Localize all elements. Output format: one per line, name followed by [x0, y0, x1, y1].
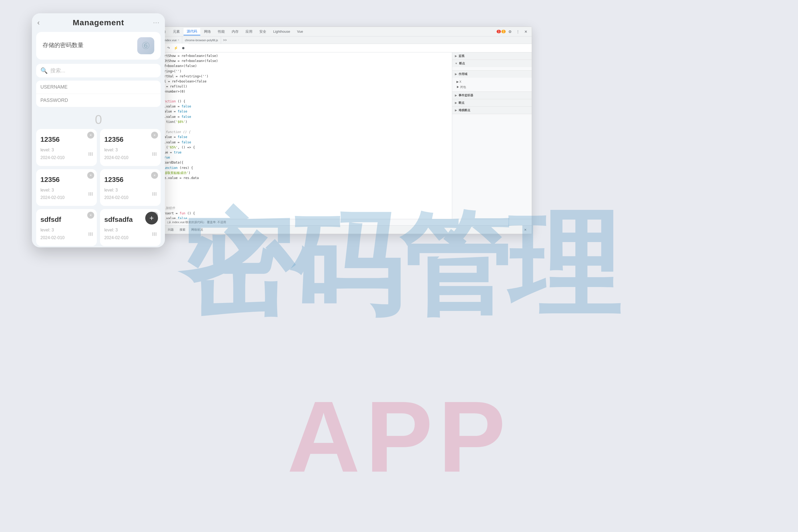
bottom-bar: 控制台 传感器 问题 搜索 网络状况 ✕: [133, 225, 532, 234]
more-file-tabs[interactable]: >>: [221, 38, 229, 42]
add-button[interactable]: +: [145, 212, 158, 225]
file-tabs-bar: ▶ index.vue × index.vue × chrome-browser…: [133, 36, 532, 44]
code-line-127: 127 }: [133, 180, 452, 186]
password-row: PASSWORD: [36, 94, 161, 107]
code-line-133: 133 const shoInsert = fun () {: [133, 211, 452, 216]
pw-card-2[interactable]: × 12356 level: 3 2024-02-010: [100, 129, 161, 166]
status-bar: {} 第 120 行，第 19 列 （从 index.vue 映射的源代码） 覆…: [133, 219, 532, 225]
tab-vue[interactable]: Vue: [294, 28, 306, 35]
devtools-right-icons: 1 1 ⚙ ⋮ ✕: [497, 28, 530, 35]
more-button[interactable]: ···: [153, 19, 159, 26]
pw-count-label: 存储的密码数量: [42, 41, 83, 49]
tab-security[interactable]: 安全: [256, 28, 269, 35]
tab-performance[interactable]: 性能: [215, 28, 228, 35]
scope-item-x[interactable]: ▶ X: [455, 79, 529, 84]
password-grid: × 12356 level: 3 2024-02-010 × 12356 lev…: [32, 129, 165, 246]
devtools-main: 102 const importShow = ref<boolean>(fals…: [133, 52, 532, 219]
close-btn-1[interactable]: ×: [87, 132, 94, 138]
code-line-114: 114 importShow.value = false: [133, 114, 452, 119]
pw-meta-5: level: 3 2024-02-010: [40, 226, 93, 242]
breakpoints-content: [452, 67, 532, 70]
scope-content: ▶ X ▶ 闭包: [452, 78, 532, 92]
tab-network[interactable]: 网络: [201, 28, 214, 35]
settings-icon[interactable]: ⚙: [506, 28, 514, 35]
code-line-106: 106 const importVal = ref<string>(''): [133, 74, 452, 79]
close-btn-2[interactable]: ×: [151, 132, 158, 138]
pw-name-3: 12356: [40, 175, 93, 184]
close-bottom-icon[interactable]: ✕: [521, 226, 529, 233]
file-tab-close-2[interactable]: ×: [178, 39, 179, 41]
bottom-tab-network-conditions[interactable]: 网络状况: [189, 227, 206, 232]
event-listeners-label: 事件监听器: [459, 93, 473, 97]
code-line-105: 105 c = ref<string>(''): [133, 69, 452, 74]
pw-card-3[interactable]: × 12356 level: 3 2024-02-010: [36, 169, 97, 206]
code-line-103: 103 const showOtShow = ref<boolean>(fals…: [133, 58, 452, 63]
close-btn-3[interactable]: ×: [87, 172, 94, 179]
code-editor[interactable]: 102 const importShow = ref<boolean>(fals…: [133, 52, 452, 219]
close-devtools-icon[interactable]: ✕: [522, 28, 530, 35]
watch-section: ▶ 监视: [452, 52, 532, 60]
stack-breakpoints-label: 堆栈断点: [459, 108, 470, 112]
pw-card-5[interactable]: × sdfsdf level: 3 2024-02-010: [36, 209, 97, 246]
code-line-134: 134 curInsType.value false: [133, 216, 452, 219]
code-line-112: 112 showOtShow.value = false: [133, 104, 452, 109]
pw-name-5: sdfsdf: [40, 215, 93, 224]
close-btn-4[interactable]: ×: [151, 172, 158, 179]
pw-card-1[interactable]: × 12356 level: 3 2024-02-010: [36, 129, 97, 166]
event-listeners-header[interactable]: ▶ 事件监听器: [452, 92, 532, 99]
event-listeners-section: ▶ 事件监听器: [452, 92, 532, 99]
back-button[interactable]: ‹: [37, 18, 40, 27]
code-line-113: 113 cureShow.value = false: [133, 109, 452, 114]
code-line-115: 115 toolBoxAnt tion('$6%'): [133, 119, 452, 125]
scope-section: ▶ 作用域 ▶ X ▶ 闭包: [452, 71, 532, 92]
watch-section-header[interactable]: ▶ 监视: [452, 52, 532, 60]
devtools-tabs: 控制台 元素 源代码 网络 性能 内存 应用 安全 Lighthouse Vue: [152, 28, 496, 35]
watermark-app-text: APP: [287, 379, 511, 495]
breakpoints-section-header[interactable]: ▼ 断点: [452, 60, 532, 67]
code-line-118: 118 showShow.value = false: [133, 135, 452, 140]
pw-meta-2: level: 3 2024-02-010: [104, 146, 156, 162]
pw-meta-3: level: 3 2024-02-010: [40, 187, 93, 202]
stack-breakpoints-header[interactable]: ▶ 堆栈断点: [452, 107, 532, 114]
error-badge: 1: [497, 30, 501, 33]
code-line-116: 116 }: [133, 125, 452, 130]
call-stack-header[interactable]: ▶ 断点: [452, 99, 532, 107]
code-line-124: 124 success: function (res) {: [133, 166, 452, 171]
search-bar[interactable]: 🔍 搜索...: [36, 64, 161, 77]
pw-meta-1: level: 3 2024-02-010: [40, 146, 93, 162]
pw-name-2: 12356: [104, 135, 156, 144]
tab-memory[interactable]: 内存: [228, 28, 242, 35]
scope-section-header[interactable]: ▶ 作用域: [452, 71, 532, 78]
pw-count-section: 存储的密码数量 ⑥: [36, 32, 161, 60]
pw-card-6[interactable]: × + sdfsadfa level: 3 2024-02-010: [100, 209, 161, 246]
tab-elements[interactable]: 元素: [170, 28, 183, 35]
username-row: USERNAME: [36, 81, 161, 94]
close-btn-5[interactable]: ×: [87, 212, 94, 218]
bottom-tab-issues[interactable]: 问题: [165, 227, 176, 232]
file-tab-polyfill[interactable]: chrome-browser-polyfill.js: [182, 36, 221, 44]
stack-breakpoints-section: ▶ 堆栈断点: [452, 107, 532, 114]
bottom-tab-search[interactable]: 搜索: [177, 227, 188, 232]
mobile-app-panel: ‹ Management ··· 存储的密码数量 ⑥ 🔍 搜索... USERN…: [32, 13, 165, 247]
code-line-128: 128 }): [133, 186, 452, 191]
code-line-126: 126 importValue.value = res.data: [133, 175, 452, 180]
pw-card-4[interactable]: × 12356 level: 3 2024-02-010: [100, 169, 161, 206]
code-line-110: 110: [133, 94, 452, 99]
code-line-117: 117 // 切 Text function () {: [133, 130, 452, 135]
call-stack-label: 断点: [459, 101, 464, 105]
step-icon[interactable]: ↷: [165, 45, 172, 51]
deactivate-icon[interactable]: ⚡: [173, 45, 179, 51]
more-options-icon[interactable]: ⋮: [514, 28, 521, 35]
code-line-122: 122 .value = true: [133, 155, 452, 160]
code-line-109: 109 const W = <number>(0): [133, 89, 452, 94]
record-icon[interactable]: ⏺: [180, 45, 187, 51]
code-line-107: 107 const rtVal = ref<boolean>(false: [133, 79, 452, 84]
tab-sources[interactable]: 源代码: [184, 28, 200, 35]
input-fields: USERNAME PASSWORD: [36, 81, 161, 107]
file-tab-label-2: index.vue: [164, 39, 177, 42]
tab-lighthouse[interactable]: Lighthouse: [270, 28, 293, 35]
scope-item-closure[interactable]: ▶ 闭包: [455, 84, 529, 90]
tab-application[interactable]: 应用: [242, 28, 255, 35]
code-line-119: 119 exportShow.value = false: [133, 140, 452, 145]
code-line-111: 111 const = Function () {: [133, 99, 452, 104]
